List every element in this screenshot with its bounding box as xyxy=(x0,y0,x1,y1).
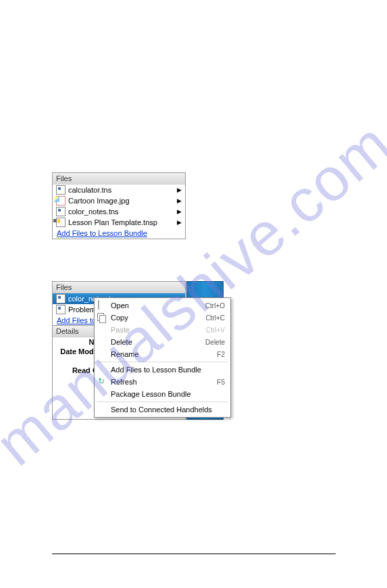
blank-icon xyxy=(96,405,108,414)
jpg-file-icon xyxy=(56,196,66,205)
menu-shortcut: F5 xyxy=(217,378,225,386)
blank-icon xyxy=(96,349,108,359)
arrow-right-icon: ▶ xyxy=(177,219,182,226)
file-name: Lesson Plan Template.tnsp xyxy=(68,218,157,226)
menu-item-copy[interactable]: Copy Ctrl+C xyxy=(95,312,230,324)
files-panel-1-header: Files xyxy=(53,173,185,185)
file-row[interactable]: Cartoon Image.jpg ▶ xyxy=(53,195,185,206)
menu-label: Add Files to Lesson Bundle xyxy=(111,366,225,374)
file-name: calculator.tns xyxy=(68,186,111,194)
add-files-link[interactable]: Add Files to Lesson Bundle xyxy=(57,229,147,237)
file-row[interactable]: color_notes.tns ▶ xyxy=(53,206,185,217)
blank-icon xyxy=(96,389,108,399)
menu-shortcut: Ctrl+V xyxy=(206,326,225,334)
menu-shortcut: Delete xyxy=(205,339,225,346)
file-name: color_notes.tns xyxy=(68,207,119,216)
blank-icon xyxy=(96,337,108,347)
menu-shortcut: F2 xyxy=(217,351,225,358)
tns-file-icon xyxy=(56,185,66,195)
menu-label: Paste xyxy=(111,326,206,334)
context-menu: Open Ctrl+O Copy Ctrl+C Paste Ctrl+V Del… xyxy=(94,297,231,418)
add-files-link-row: Add Files to Lesson Bundle xyxy=(53,228,185,239)
menu-separator xyxy=(97,362,228,362)
menu-separator xyxy=(97,401,228,402)
menu-item-refresh[interactable]: Refresh F5 xyxy=(95,376,230,388)
copy-icon xyxy=(96,313,108,322)
arrow-right-icon: ▶ xyxy=(177,187,182,193)
file-row[interactable]: calculator.tns ▶ xyxy=(53,185,185,195)
files-panel-2-header: Files xyxy=(53,282,185,293)
menu-label: Open xyxy=(111,301,205,310)
paste-icon xyxy=(96,325,108,335)
file-row[interactable]: Lesson Plan Template.tnsp ▶ xyxy=(53,217,185,228)
tns-file-icon xyxy=(56,207,66,216)
menu-item-send-handhelds[interactable]: Send to Connected Handhelds xyxy=(95,403,230,416)
menu-label: Delete xyxy=(111,338,205,346)
arrow-right-icon: ▶ xyxy=(177,208,182,215)
open-icon xyxy=(96,301,108,310)
menu-label: Rename xyxy=(111,350,217,358)
blank-icon xyxy=(96,365,108,374)
menu-item-rename[interactable]: Rename F2 xyxy=(95,348,230,360)
menu-label: Package Lesson Bundle xyxy=(111,390,225,398)
menu-shortcut: Ctrl+O xyxy=(205,302,225,310)
menu-item-paste: Paste Ctrl+V xyxy=(95,324,230,336)
tns-file-icon xyxy=(56,305,66,314)
file-name: Cartoon Image.jpg xyxy=(68,197,130,205)
refresh-icon xyxy=(96,377,108,387)
footer-divider xyxy=(52,554,336,554)
menu-item-delete[interactable]: Delete Delete xyxy=(95,336,230,348)
menu-item-add-files[interactable]: Add Files to Lesson Bundle xyxy=(95,364,230,376)
menu-label: Refresh xyxy=(111,378,217,386)
menu-item-open[interactable]: Open Ctrl+O xyxy=(95,299,230,312)
tnsp-file-icon xyxy=(56,218,66,227)
menu-label: Copy xyxy=(111,314,205,322)
tns-file-icon xyxy=(56,294,66,303)
files-panel-1: Files calculator.tns ▶ Cartoon Image.jpg… xyxy=(52,172,186,239)
menu-label: Send to Connected Handhelds xyxy=(111,406,225,414)
menu-item-package[interactable]: Package Lesson Bundle xyxy=(95,388,230,400)
menu-shortcut: Ctrl+C xyxy=(205,314,225,322)
arrow-right-icon: ▶ xyxy=(177,197,182,204)
